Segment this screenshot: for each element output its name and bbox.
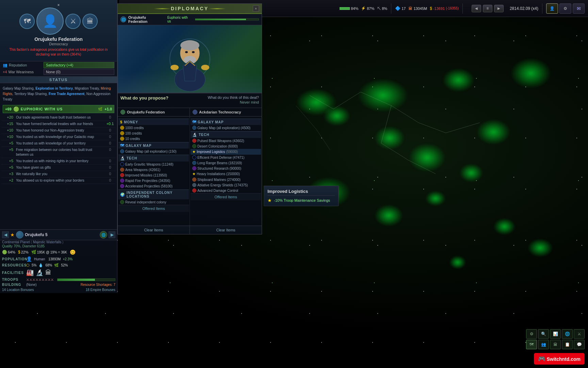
tech-icon-pulsed (192, 139, 196, 143)
trade-item-structured[interactable]: Structured Research (90000) (191, 166, 261, 171)
opinion-row-8: +5 You have given us gifts 0 (1, 165, 116, 171)
opinion-text: Free migration between our colonies has … (16, 148, 104, 157)
opinion-row-6: +5 Free migration between our colonies h… (1, 147, 116, 158)
hud-mini-btn-1[interactable]: ⚙ (526, 329, 537, 339)
trade-item-10credits[interactable]: 10 credits (118, 136, 189, 141)
status-header: STATUS (0, 76, 117, 83)
trade-item-adv-damage[interactable]: Advanced Damage Control (191, 188, 261, 193)
planet-prev-btn[interactable]: ◀ (2, 231, 9, 238)
clear-right-btn[interactable]: Clear Items (190, 226, 262, 234)
minerals-icon: ⛏ (377, 6, 381, 11)
relation-fill (195, 19, 246, 20)
trade-item-early-gravitic[interactable]: Early Gravitic Weapons (11248) (118, 162, 189, 167)
settings-button[interactable]: ⚙ (559, 3, 571, 14)
hud-mini-btn-2[interactable]: 🔍 (538, 329, 549, 339)
opinion-text: You have honored our Non-Aggression trea… (16, 128, 104, 133)
trade-item-1000credits[interactable]: 1000 credits (118, 125, 189, 131)
trade-item-improved-logistics[interactable]: ★ Improved Logistics (59000) (191, 149, 261, 155)
tech-icon-ship (192, 178, 196, 182)
opinion-row-2: +15 You have formed beneficial treaties … (1, 121, 116, 127)
opinion-val: 0 (106, 148, 114, 152)
trade-item-long-range[interactable]: Long Range Beams (182169) (191, 160, 261, 166)
pause-button[interactable]: ⏸ (483, 5, 492, 12)
trade-item-heavy-inst[interactable]: ★ Heavy Installations (150000) (191, 171, 261, 177)
credits-change: (-16055) (446, 6, 459, 10)
category-money: $ MONEY (118, 119, 189, 125)
trade-item-pulsed[interactable]: Pulsed Blast Weapons (43602) (191, 138, 261, 143)
nebula-blob (442, 68, 475, 92)
next-button[interactable]: ▶ (494, 5, 504, 12)
population-stat: 🏛 13045M (408, 6, 427, 11)
tech-icon-lr (192, 161, 196, 165)
trade-item-galmap-right[interactable]: Galaxy Map (all exploration) (4500) (191, 125, 261, 131)
trade-item-100credits[interactable]: 100 credits (118, 131, 189, 136)
prev-button[interactable]: ◀ (472, 5, 481, 12)
res-icon1: ⬡ (26, 263, 30, 267)
building-row: BUILDING (None) Resource Shortages: 7 (0, 282, 117, 287)
planet-next-btn[interactable]: ▶ (109, 231, 115, 238)
trade-item-accelerated[interactable]: Accelerated Projectiles (58100) (118, 183, 189, 189)
left-panel-close[interactable]: × (57, 3, 60, 7)
troop-progress-fill (58, 279, 95, 281)
portrait-small-3: 🏛 (82, 14, 98, 29)
planet-nav: ◀ ★ Orujukefu 5 🌐 ▶ (0, 230, 117, 240)
status-tags: Galaxy Map Sharing, Exploration in Terri… (0, 85, 117, 104)
trade-item-reveal-colony[interactable]: Reveal independent colony (118, 199, 189, 205)
hud-mini-btn-7[interactable]: 👥 (538, 340, 549, 349)
nebula-blob (510, 58, 551, 89)
trade-item-galmap-left[interactable]: Galaxy Map (all exploration) (150) (118, 149, 189, 154)
energy-value: 87% (367, 6, 374, 11)
portrait-button[interactable]: 👤 (546, 3, 558, 14)
opinion-text: You allowed us to explore within your bo… (16, 178, 104, 183)
opinion-val: 0 (106, 165, 114, 169)
opinion-row-4: +10 You trusted us with knowledge of you… (1, 134, 116, 140)
hud-mini-btn-4[interactable]: 🌐 (562, 329, 573, 339)
portrait-main: 👤 (36, 7, 64, 35)
trade-item-improved-missiles[interactable]: Improved Missiles (113950) (118, 172, 189, 178)
hud-mini-btn-8[interactable]: 🏛 (550, 340, 561, 349)
bonus-row: 14 Location Bonuses 18 Empire Bonuses (0, 287, 117, 293)
trade-item-shipboard[interactable]: Shipboard Marines (274000) (191, 177, 261, 182)
hud-mini-btn-5[interactable]: ⚔ (574, 329, 585, 339)
fac-icon3: 🏛 (45, 269, 51, 276)
trade-item-area-weapons[interactable]: Area Weapons (42661) (118, 167, 189, 172)
clear-left-btn[interactable]: Clear Items (118, 226, 190, 234)
trade-item-ablative[interactable]: Ablative Energy Shields (174375) (191, 182, 261, 188)
opinion-val: 0 (106, 115, 114, 119)
troops-row: TROOPS ⚔⚔⚔⚔⚔⚔⚔⚔⚔ (0, 277, 117, 282)
hud-mini-btn-10[interactable]: 💬 (574, 340, 585, 349)
trade-item-desert[interactable]: Desert Colonization (6000) (191, 143, 261, 149)
troop-icons: ⚔⚔⚔⚔⚔⚔⚔⚔⚔ (26, 278, 54, 281)
opinion-val: +0.1 (106, 122, 114, 126)
location-bonuses[interactable]: 14 Location Bonuses (2, 288, 34, 292)
money-category-icon: $ (120, 120, 122, 124)
category-tech-right: 🔬 TECH (191, 131, 261, 138)
trade-item-rapid-fire[interactable]: Rapid Fire Projectiles (34356) (118, 178, 189, 183)
mail-button[interactable]: ✉ (573, 3, 585, 14)
troop-progress-bar (57, 278, 115, 281)
faction-info-status: Euphoric with us (167, 16, 191, 23)
tech-icon-desert (192, 144, 196, 148)
empire-bonuses[interactable]: 18 Empire Bonuses (86, 288, 115, 292)
planet-expand-btn[interactable]: 🌐 (100, 231, 107, 239)
hud-mini-btn-9[interactable]: 📋 (562, 340, 573, 349)
opinion-score: +5 (3, 141, 15, 145)
population-row: POPULATION 👤 Human 13893M +2.3% (0, 256, 117, 262)
hud-mini-btn-6[interactable]: 🗺 (526, 340, 537, 349)
fleet-icon: 🔷 (395, 6, 401, 11)
faction-info-bar: 🌐 Orujukefu Federation Euphoric with us (118, 14, 262, 25)
tech-icon-ablative (192, 183, 196, 187)
deal-never-mind[interactable]: Never mind (191, 100, 259, 104)
opinion-list: +20 Our trade agreements have built trus… (0, 114, 117, 184)
diplomacy-window: DIPLOMACY × 🌐 Orujukefu Federation Eupho… (117, 3, 262, 234)
hud-separator3 (542, 3, 542, 14)
euphoric-bar: +69 🟢 EUPHORIC WITH US 🌿 +1.0 (3, 105, 114, 113)
colony-icon (120, 200, 124, 204)
opinion-text: We naturally like you (16, 172, 104, 177)
hud-mini-btn-3[interactable]: 📊 (550, 329, 561, 339)
hud-row-1: ⚙ 🔍 📊 🌐 ⚔ (526, 329, 585, 339)
diplomacy-close-btn[interactable]: × (253, 5, 259, 12)
fac-icon1: 🏭 (26, 269, 34, 276)
tech-icon-area (120, 168, 124, 172)
trade-item-efficient-pd[interactable]: Efficient Point Defense (47471) (191, 155, 261, 160)
